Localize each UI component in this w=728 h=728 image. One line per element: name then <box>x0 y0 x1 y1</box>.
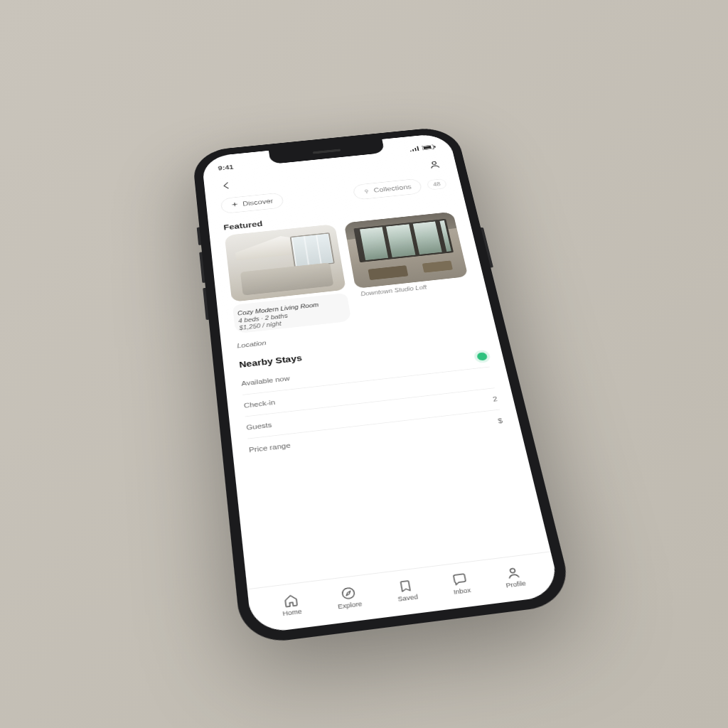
status-icons <box>410 144 437 151</box>
tab-inbox-label: Inbox <box>453 587 471 596</box>
tab-profile-label: Profile <box>505 579 527 589</box>
filter-count: 48 <box>427 178 447 191</box>
svg-rect-1 <box>423 146 431 149</box>
filter-chip-secondary[interactable]: Collections <box>353 178 423 200</box>
back-button[interactable] <box>218 179 235 192</box>
phone-body: 9:41 <box>192 126 575 646</box>
svg-point-5 <box>341 587 355 599</box>
featured-card-1[interactable]: Cozy Modern Living Room 4 beds · 2 baths… <box>225 224 352 333</box>
signal-icon <box>410 146 421 151</box>
svg-point-3 <box>432 161 437 164</box>
list-row-guests-label: Guests <box>246 421 272 431</box>
list-row-checkin-label: Check-in <box>243 399 275 410</box>
chevron-left-icon <box>221 181 232 190</box>
spark-icon <box>230 202 239 208</box>
tab-inbox[interactable]: Inbox <box>450 571 471 595</box>
bookmark-icon <box>397 578 414 594</box>
tab-saved[interactable]: Saved <box>395 577 419 602</box>
list-row-guests-value: 2 <box>492 395 498 403</box>
tab-home-label: Home <box>282 607 302 616</box>
filter-chip-primary[interactable]: Discover <box>220 193 284 214</box>
profile-button[interactable] <box>427 159 443 170</box>
screen: 9:41 <box>201 133 561 635</box>
status-time: 9:41 <box>218 164 234 171</box>
card-image-2 <box>344 212 469 289</box>
home-icon <box>282 592 300 609</box>
svg-point-6 <box>510 568 515 573</box>
filter-chip-primary-label: Discover <box>242 198 274 208</box>
profile-icon <box>504 564 523 580</box>
tab-bar: Home Explore Saved Inbox <box>247 551 562 634</box>
card-image-1 <box>225 224 346 302</box>
tab-saved-label: Saved <box>397 593 419 602</box>
tab-explore-label: Explore <box>338 600 363 610</box>
filter-chip-secondary-label: Collections <box>373 183 412 194</box>
tab-explore[interactable]: Explore <box>335 584 362 610</box>
chat-icon <box>451 571 469 587</box>
list-row-price-value: $ <box>497 417 503 424</box>
list-row-available-label: Available now <box>241 375 290 387</box>
list-row-price-label: Price range <box>249 441 291 454</box>
meta-1-label: Location <box>237 339 267 349</box>
pin-icon <box>363 188 370 194</box>
compass-icon <box>339 585 357 601</box>
tab-home[interactable]: Home <box>280 592 302 617</box>
svg-rect-2 <box>434 146 435 148</box>
user-icon <box>428 160 441 169</box>
tab-profile[interactable]: Profile <box>502 564 527 589</box>
status-dot-icon <box>476 352 488 361</box>
battery-icon <box>422 144 437 150</box>
phone-frame: 9:41 <box>192 126 575 646</box>
featured-card-2[interactable]: Downtown Studio Loft <box>344 212 476 320</box>
